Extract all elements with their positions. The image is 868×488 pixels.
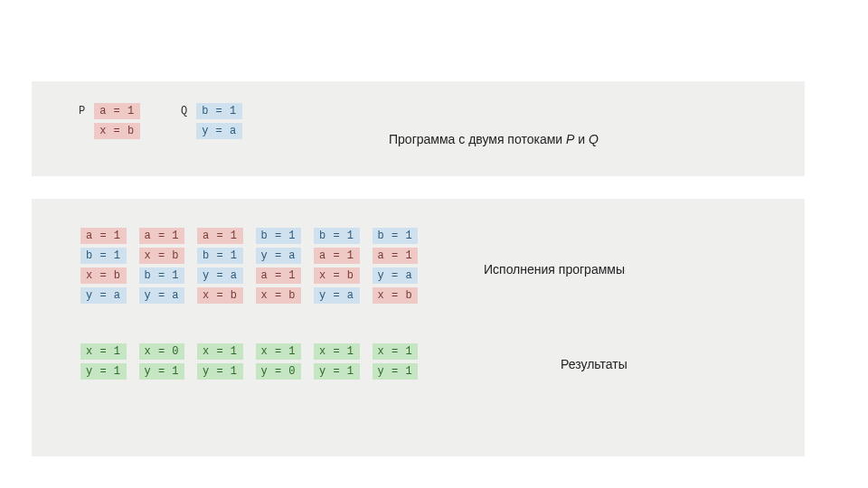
code-line: b = 1 [373,228,419,244]
executions-grid: a = 1b = 1x = by = aa = 1x = bb = 1y = a… [80,228,418,304]
code-line: y = a [197,267,243,284]
code-line: b = 1 [197,248,243,264]
executions-caption: Исполнения программы [484,262,625,277]
thread-q-label: Q [181,105,187,117]
code-line: x = 1 [80,343,127,360]
execution-column: a = 1x = bb = 1y = a [139,228,185,304]
code-line: x = b [373,287,419,304]
results-caption: Результаты [561,357,627,371]
code-line: y = a [373,267,419,284]
execution-column: x = 1y = 1 [314,343,360,380]
execution-column: b = 1a = 1x = by = a [314,228,360,304]
code-line: x = b [80,267,127,284]
code-line: x = b [197,287,243,304]
execution-column: x = 1y = 0 [256,343,302,380]
code-line: y = a [314,287,360,304]
code-line: x = 1 [256,343,302,360]
code-line: y = 1 [373,363,419,380]
code-line: x = 1 [373,343,419,360]
execution-column: a = 1b = 1y = ax = b [197,228,243,304]
code-line: y = a [80,287,127,304]
code-line: y = 1 [314,363,360,380]
code-line: x = b [256,287,302,304]
thread-q-lines: b = 1 y = a [196,103,242,139]
code-line: x = 1 [197,343,243,360]
code-line: y = 1 [139,363,185,380]
code-line: y = 0 [256,363,302,380]
executions-panel: a = 1b = 1x = by = aa = 1x = bb = 1y = a… [32,199,805,456]
execution-column: b = 1a = 1y = ax = b [373,228,419,304]
code-line: y = 1 [80,363,127,380]
code-line: b = 1 [196,103,242,119]
code-line: b = 1 [256,228,302,244]
code-line: x = b [94,123,140,139]
code-line: a = 1 [314,248,360,264]
code-line: b = 1 [314,228,360,244]
code-line: a = 1 [197,228,243,244]
code-line: a = 1 [94,103,140,119]
code-line: b = 1 [80,248,127,264]
code-line: a = 1 [373,248,419,264]
code-line: y = a [256,248,302,264]
execution-column: a = 1b = 1x = by = a [80,228,127,304]
program-caption: Программа с двумя потоками P и Q [389,132,599,146]
code-line: a = 1 [139,228,185,244]
code-line: a = 1 [80,228,127,244]
execution-column: x = 0y = 1 [139,343,185,380]
code-line: x = 0 [139,343,185,360]
code-line: x = 1 [314,343,360,360]
thread-p-label: P [79,105,85,117]
program-caption-prefix: Программа с двумя потоками [389,132,566,146]
code-line: a = 1 [256,267,302,284]
code-line: x = b [139,248,185,264]
thread-p-lines: a = 1 x = b [94,103,140,139]
program-caption-q: Q [589,132,599,146]
execution-column: b = 1y = aa = 1x = b [256,228,302,304]
program-caption-p: P [566,132,574,146]
program-panel: P a = 1 x = b Q b = 1 y = a Программа с … [32,81,805,176]
program-caption-mid: и [574,132,589,146]
execution-column: x = 1y = 1 [373,343,419,380]
code-line: y = a [196,123,242,139]
code-line: y = a [139,287,185,304]
results-grid: x = 1y = 1x = 0y = 1x = 1y = 1x = 1y = 0… [80,343,418,380]
execution-column: x = 1y = 1 [80,343,127,380]
execution-column: x = 1y = 1 [197,343,243,380]
code-line: y = 1 [197,363,243,380]
code-line: b = 1 [139,267,185,284]
code-line: x = b [314,267,360,284]
